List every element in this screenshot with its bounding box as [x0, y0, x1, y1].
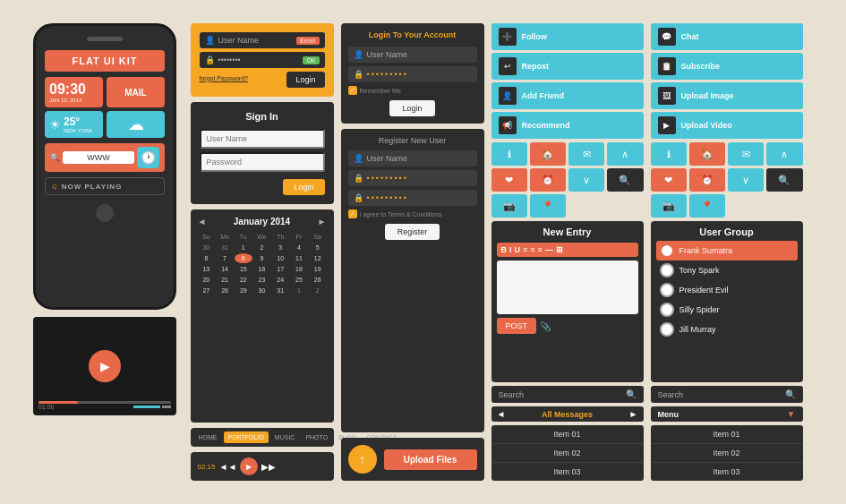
account-username-field[interactable]: 👤 User Name	[348, 47, 477, 63]
cal-day[interactable]: 1	[235, 243, 252, 252]
align-center-btn[interactable]: ≡	[530, 245, 534, 254]
menu-arrow-icon[interactable]: ▼	[787, 409, 796, 419]
media-next-button[interactable]: ▶▶	[261, 462, 276, 472]
camera-icon-btn[interactable]: 📷	[491, 194, 527, 218]
cal-day[interactable]: 2	[309, 286, 327, 295]
terms-checkbox[interactable]: ✓	[348, 209, 357, 218]
bold-btn[interactable]: B	[501, 245, 508, 254]
password-field[interactable]: 🔒 •••••••• OK	[200, 52, 325, 68]
cal-day[interactable]: 20	[198, 275, 216, 285]
register-password-field2[interactable]: 🔒 •••••••••	[348, 190, 477, 206]
cal-day[interactable]: 26	[309, 275, 327, 285]
user-item-tony[interactable]: Tony Spark	[656, 261, 798, 280]
italic-btn[interactable]: I	[509, 245, 512, 254]
search-bar-right[interactable]: Search 🔍	[651, 386, 803, 403]
cal-day[interactable]: 21	[216, 275, 234, 285]
cal-day[interactable]: 25	[290, 275, 308, 285]
chevron-up-icon-btn[interactable]: ∧	[607, 142, 643, 166]
search-icon-right[interactable]: 🔍	[785, 389, 796, 399]
icon-btn-r6[interactable]: ⏰	[689, 168, 725, 192]
search-icon-left[interactable]: 🔍	[626, 389, 637, 399]
cal-day[interactable]: 15	[235, 264, 252, 274]
editor-area[interactable]	[497, 261, 638, 314]
heart-icon-btn[interactable]: ❤	[491, 168, 527, 192]
forgot-password-link[interactable]: forgot Password?	[200, 75, 248, 81]
register-button[interactable]: Register	[385, 224, 440, 240]
upload-files-button[interactable]: Upload Files	[384, 449, 477, 470]
cal-day[interactable]: 17	[271, 264, 289, 274]
underline-btn[interactable]: U	[515, 245, 521, 254]
upload-video-button[interactable]: ▶ Upload Video	[651, 112, 803, 139]
icon-btn-r5[interactable]: ❤	[651, 168, 687, 192]
media-prev-button[interactable]: ◄◄	[219, 462, 237, 472]
clock-icon-btn[interactable]: ⏰	[530, 168, 566, 192]
hr-btn[interactable]: —	[545, 245, 553, 254]
cal-day[interactable]: 30	[253, 286, 271, 295]
cal-day[interactable]: 31	[271, 286, 289, 295]
follow-button[interactable]: ➕ Follow	[491, 23, 644, 50]
phone-www[interactable]: WWW	[63, 151, 134, 164]
location-icon-btn[interactable]: 📍	[530, 194, 566, 218]
message-item-3[interactable]: Item 03	[491, 463, 644, 481]
cal-day[interactable]: 14	[216, 264, 234, 274]
media-play-button[interactable]: ▶	[240, 457, 258, 475]
register-password-field1[interactable]: 🔒 •••••••••	[348, 170, 477, 186]
sign-in-username[interactable]	[200, 129, 325, 149]
cal-day[interactable]: 2	[253, 243, 271, 252]
repost-button[interactable]: ↩ Repost	[491, 53, 644, 80]
cal-day-today[interactable]: 8	[235, 253, 252, 263]
icon-btn-r10[interactable]: 📍	[689, 194, 725, 218]
post-button[interactable]: POST	[497, 318, 537, 334]
sign-in-password[interactable]	[200, 152, 325, 172]
remember-checkbox[interactable]: ✓	[348, 86, 357, 95]
menu-header[interactable]: Menu ▼	[651, 406, 803, 422]
register-username-field[interactable]: 👤 User Name	[348, 150, 477, 167]
username-field[interactable]: 👤 User Name Error!	[200, 32, 325, 48]
add-friend-button[interactable]: 👤 Add Friend	[491, 82, 644, 109]
account-password-field[interactable]: 🔒 •••••••••	[348, 66, 477, 82]
table-btn[interactable]: ⊞	[556, 245, 563, 254]
cal-day[interactable]: 29	[235, 286, 252, 295]
cal-day[interactable]: 6	[198, 253, 216, 263]
menu-item-1[interactable]: Item 01	[651, 425, 803, 444]
cal-day[interactable]: 16	[253, 264, 271, 274]
user-item-jill[interactable]: Jill Murray	[656, 320, 798, 339]
search-bar-left[interactable]: Search 🔍	[491, 386, 644, 403]
info-icon-btn[interactable]: ℹ	[491, 142, 527, 166]
nav-music[interactable]: MUSIC	[270, 431, 300, 443]
messages-next[interactable]: ►	[629, 409, 638, 419]
calendar-next[interactable]: ►	[318, 217, 327, 226]
cal-day[interactable]: 5	[309, 243, 327, 252]
phone-clock-btn[interactable]: 🕐	[137, 147, 159, 168]
recommend-button[interactable]: 📢 Recommend	[491, 112, 644, 139]
user-item-president[interactable]: President Evil	[656, 280, 798, 300]
cal-day[interactable]: 13	[198, 264, 216, 274]
user-item-silly[interactable]: Silly Spider	[656, 300, 798, 320]
video-play-button[interactable]: ▶	[89, 350, 121, 382]
cal-day[interactable]: 11	[290, 253, 308, 263]
cal-day[interactable]: 30	[198, 243, 216, 252]
home-icon-btn[interactable]: 🏠	[530, 142, 566, 166]
chat-button[interactable]: 💬 Chat	[651, 23, 803, 50]
subscribe-button[interactable]: 📋 Subscribe	[651, 53, 803, 80]
chevron-down-icon-btn[interactable]: ∨	[568, 168, 604, 192]
icon-btn-r7[interactable]: ∨	[728, 168, 764, 192]
cal-day[interactable]: 27	[198, 286, 216, 295]
login-button[interactable]: Login	[286, 72, 324, 88]
calendar-prev[interactable]: ◄	[198, 217, 207, 226]
cal-day[interactable]: 4	[290, 243, 308, 252]
messages-prev[interactable]: ◄	[497, 409, 506, 419]
mail-icon-btn[interactable]: ✉	[568, 142, 604, 166]
cal-day[interactable]: 18	[290, 264, 308, 274]
cal-day[interactable]: 24	[271, 275, 289, 285]
search-icon-btn[interactable]: 🔍	[607, 168, 643, 192]
user-item-frank[interactable]: Frank Sumatra	[656, 241, 798, 261]
upload-image-button[interactable]: 🖼 Upload Image	[651, 82, 803, 109]
icon-btn-r2[interactable]: 🏠	[689, 142, 725, 166]
message-item-2[interactable]: Item 02	[491, 444, 644, 463]
cal-day[interactable]: 23	[253, 275, 271, 285]
menu-item-2[interactable]: Item 02	[651, 444, 803, 463]
cal-day[interactable]: 19	[309, 264, 327, 274]
nav-portfolio[interactable]: PORTFOLIO	[224, 431, 269, 443]
icon-btn-r3[interactable]: ✉	[728, 142, 764, 166]
